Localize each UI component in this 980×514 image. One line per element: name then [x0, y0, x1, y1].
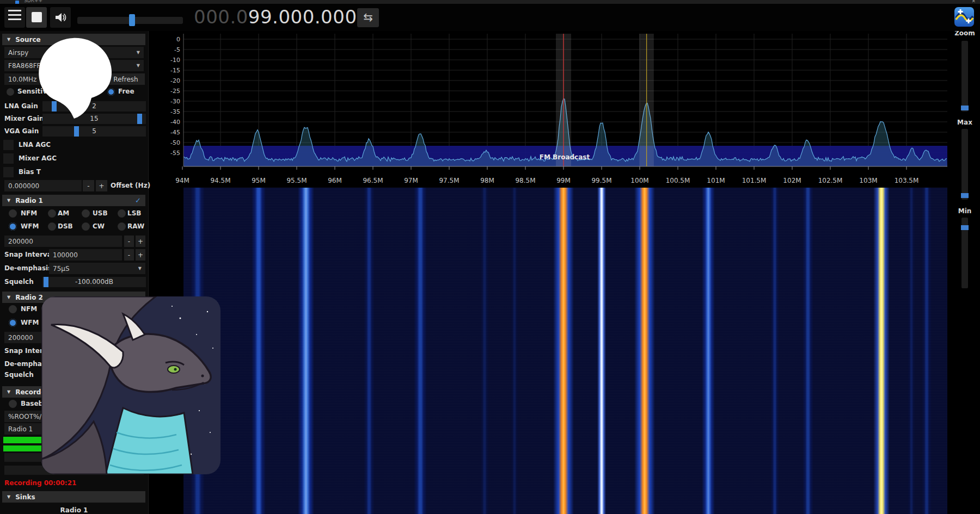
max-slider-label: Max [951, 119, 979, 126]
radio1-snap-minus-button[interactable]: - [124, 249, 134, 261]
zoom-slider[interactable] [961, 41, 968, 112]
offset-label: Offset (Hz) [111, 180, 150, 191]
freq-tick-label: 96.5M [363, 177, 383, 184]
radio1-bandwidth-value: 200000 [8, 238, 33, 245]
vga-gain-value: 5 [42, 126, 146, 137]
radio1-deemphasis-select[interactable]: 75µS ▼ [49, 263, 145, 274]
radio2-header-label: Radio 2 [15, 294, 43, 301]
db-tick-label: -35 [170, 108, 180, 115]
gain-mode-sensitive-radio[interactable] [7, 88, 14, 96]
refresh-label: Refresh [113, 76, 138, 83]
db-tick-label: -10 [170, 57, 180, 64]
db-tick-label: -45 [170, 129, 180, 136]
frequency-value: 99.000.000 [248, 6, 357, 28]
waterfall-signal-stripe [298, 188, 314, 514]
close-icon[interactable]: ✕ [971, 0, 976, 4]
radio1-mode-am-radio[interactable] [48, 209, 56, 218]
vfo-swap-button[interactable]: ⇆ [357, 8, 379, 27]
radio2-mode-wfm-radio[interactable] [9, 319, 17, 327]
freq-tick-label: 102.5M [818, 177, 843, 184]
bias-t-checkbox[interactable] [3, 167, 14, 177]
db-tick-label: 0 [176, 36, 180, 43]
recorder-path-value: %ROOT%/r [8, 413, 44, 420]
offset-minus-button[interactable]: - [83, 180, 94, 191]
db-tick-label: -25 [170, 88, 180, 95]
radio1-mode-usb-radio[interactable] [82, 209, 90, 218]
collapse-triangle-icon: ▼ [7, 494, 10, 499]
radio1-mode-lsb-radio[interactable] [118, 209, 126, 218]
volume-slider-handle[interactable] [129, 14, 135, 26]
radio1-mode-nfm-radio[interactable] [9, 209, 17, 218]
radio1-mode-cw-radio[interactable] [82, 222, 90, 231]
freq-tick-label: 103M [859, 177, 877, 184]
vga-gain-slider[interactable]: 5 [42, 126, 146, 137]
waterfall-signal-stripe [597, 188, 606, 514]
waterfall-signal-stripe [803, 188, 813, 514]
radio1-snap-value: 100000 [53, 251, 78, 259]
db-tick-label: -40 [170, 119, 180, 126]
offset-input[interactable]: 0.000000 [4, 180, 82, 191]
radio1-bandwidth-input[interactable]: 200000 [4, 236, 122, 247]
chevron-down-icon: ▼ [137, 63, 140, 68]
waterfall-signal-stripe [364, 188, 375, 514]
mixer-agc-checkbox[interactable] [3, 153, 14, 164]
waterfall-signal-stripe [511, 188, 518, 514]
freq-tick-label: 101.5M [742, 177, 767, 184]
stop-button[interactable] [26, 7, 47, 28]
waterfall-display[interactable] [183, 188, 947, 514]
speaker-icon [54, 11, 67, 24]
offset-plus-button[interactable]: + [96, 180, 107, 191]
freq-tick-label: 98.5M [515, 177, 535, 184]
enabled-check-icon[interactable]: ✓ [135, 196, 141, 205]
radio1-snap-plus-button[interactable]: + [136, 249, 145, 261]
chevron-down-icon: ▼ [138, 266, 142, 271]
radio1-mode-dsb-radio[interactable] [48, 222, 56, 231]
freq-tick-label: 97.5M [439, 177, 459, 184]
radio1-squelch-value: -100.000dB [42, 277, 146, 287]
frequency-display[interactable]: 000.099.000.000 [194, 6, 357, 28]
dragon-artwork [41, 296, 220, 474]
radio1-squelch-slider[interactable]: -100.000dB [42, 277, 146, 287]
radio1-mode-lsb-label: LSB [127, 208, 141, 219]
radio1-deemphasis-label: De-emphasis [4, 263, 52, 274]
display-settings-icon[interactable] [954, 7, 975, 27]
freq-tick-label: 94M [175, 177, 189, 184]
radio1-mode-wfm-radio[interactable] [9, 222, 17, 231]
radio1-mode-usb-label: USB [93, 208, 108, 219]
menu-button[interactable] [4, 7, 25, 28]
radio1-snap-input[interactable]: 100000 [49, 249, 122, 261]
freq-tick-label: 99M [556, 177, 571, 184]
lna-agc-checkbox[interactable] [3, 140, 14, 150]
recorder-baseband-radio[interactable] [9, 400, 17, 408]
volume-slider[interactable] [77, 17, 183, 24]
radio1-mode-wfm-label: WFM [21, 221, 39, 232]
recording-status-text: Recording 00:00:21 [4, 479, 76, 487]
waterfall-signal-stripe [414, 188, 427, 514]
min-slider[interactable] [961, 218, 968, 288]
sinks-section-header[interactable]: ▼ Sinks [2, 491, 145, 503]
min-slider-handle[interactable] [961, 225, 969, 230]
toolbar: 000.099.000.000 ⇆ [0, 4, 980, 31]
freq-tick-label: 95.5M [286, 177, 307, 184]
frequency-leading-zeros: 000.0 [194, 6, 248, 28]
radio1-bandwidth-plus-button[interactable]: + [136, 236, 145, 247]
radio2-squelch-label: Squelch [4, 369, 34, 381]
vga-gain-label: VGA Gain [4, 126, 39, 137]
volume-mute-button[interactable] [50, 7, 71, 28]
max-slider-handle[interactable] [961, 193, 969, 198]
max-slider[interactable] [961, 129, 968, 200]
freq-tick-label: 100.5M [666, 177, 690, 184]
radio2-mode-nfm-radio[interactable] [9, 305, 17, 313]
radio1-mode-raw-radio[interactable] [118, 222, 126, 231]
lna-gain-label: LNA Gain [4, 101, 38, 112]
radio1-squelch-label: Squelch [4, 276, 34, 288]
freq-tick-label: 99.5M [591, 177, 611, 184]
db-tick-label: -30 [170, 98, 180, 105]
radio1-section-header[interactable]: ▼ Radio 1 ✓ [2, 195, 145, 206]
db-tick-label: -20 [170, 77, 180, 84]
waterfall-signal-stripe [922, 188, 932, 514]
zoom-slider-handle[interactable] [961, 106, 969, 110]
bias-t-label: Bias T [19, 166, 41, 178]
collapse-triangle-icon: ▼ [7, 37, 10, 42]
radio1-bandwidth-minus-button[interactable]: - [124, 236, 134, 247]
